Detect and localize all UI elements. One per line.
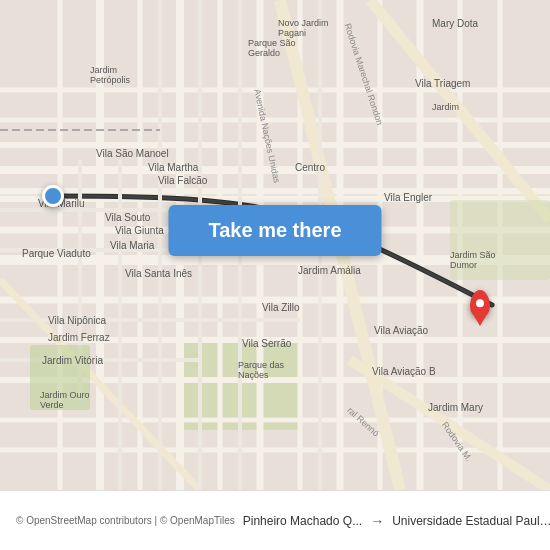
svg-rect-42 [450, 200, 550, 280]
route-info: Pinheiro Machado Q... → Universidade Est… [243, 513, 550, 529]
map-container: Novo JardimPagani Mary Dota Parque SãoGe… [0, 0, 550, 490]
origin-marker [42, 185, 64, 207]
bottom-bar: © OpenStreetMap contributors | © OpenMap… [0, 490, 550, 550]
route-arrow: → [370, 513, 384, 529]
destination-marker [470, 290, 490, 318]
route-origin: Pinheiro Machado Q... [243, 514, 362, 528]
route-destination: Universidade Estadual Pauli... [392, 514, 550, 528]
map-attribution: © OpenStreetMap contributors | © OpenMap… [16, 515, 235, 526]
svg-rect-41 [30, 345, 90, 410]
take-me-there-button[interactable]: Take me there [168, 205, 381, 256]
